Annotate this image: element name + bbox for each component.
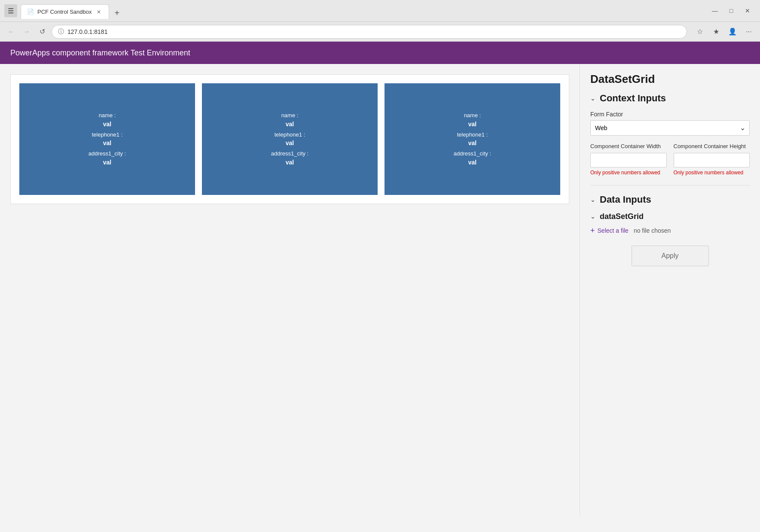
favorites-icon[interactable]: ☆ <box>694 26 706 38</box>
form-factor-label: Form Factor <box>590 111 750 118</box>
context-inputs-title: Context Inputs <box>600 93 666 104</box>
dataset-subsection-header: ⌄ dataSetGrid <box>590 212 750 221</box>
field-name-label-2: name : <box>281 111 299 120</box>
nav-bar: ← → ↺ ⓘ 127.0.0.1:8181 ☆ ★ 👤 ··· <box>0 22 760 42</box>
address-text: 127.0.0.1:8181 <box>67 28 681 35</box>
sidebar-icon: ☰ <box>8 7 14 15</box>
field-city-value-1: val <box>89 158 126 167</box>
field-name-label-3: name : <box>464 111 481 120</box>
field-phone-2: telephone1 : val <box>275 131 305 148</box>
file-select-row: + Select a file no file chosen <box>590 226 750 235</box>
maximize-button[interactable]: □ <box>726 6 736 15</box>
field-name-1: name : val <box>99 111 116 129</box>
more-options-icon[interactable]: ··· <box>743 26 755 38</box>
container-height-label: Component Container Height <box>674 143 750 150</box>
tab-label: PCF Control Sandbox <box>37 9 92 15</box>
refresh-button[interactable]: ↺ <box>36 26 48 38</box>
dataset-chevron[interactable]: ⌄ <box>590 213 595 220</box>
dataset-label: dataSetGrid <box>600 212 644 221</box>
field-name-3: name : val <box>464 111 481 129</box>
data-inputs-title: Data Inputs <box>600 194 651 205</box>
field-phone-value-2: val <box>275 139 305 148</box>
field-name-value-2: val <box>281 120 299 129</box>
field-city-label-3: address1_city : <box>454 149 491 158</box>
form-factor-select-wrapper: Web Phone Tablet <box>590 120 750 136</box>
close-button[interactable]: ✕ <box>743 6 752 15</box>
app-header: PowerApps component framework Test Envir… <box>0 42 760 64</box>
field-phone-label-1: telephone1 : <box>92 131 123 139</box>
select-file-button[interactable]: + Select a file <box>590 226 629 235</box>
select-file-label: Select a file <box>598 227 629 234</box>
browser-tab[interactable]: 📄 PCF Control Sandbox ✕ <box>21 4 109 19</box>
right-panel: DataSetGrid ⌄ Context Inputs Form Factor… <box>580 64 760 516</box>
collections-icon[interactable]: ★ <box>710 26 722 38</box>
form-factor-group: Form Factor Web Phone Tablet <box>590 111 750 136</box>
left-panel: name : val telephone1 : val address1_cit… <box>0 64 580 516</box>
container-width-group: Component Container Width Only positive … <box>590 143 667 176</box>
field-phone-3: telephone1 : val <box>457 131 488 148</box>
container-height-error: Only positive numbers allowed <box>674 169 750 176</box>
new-tab-button[interactable]: + <box>111 7 123 19</box>
address-info-icon: ⓘ <box>58 28 64 36</box>
section-divider <box>590 185 750 185</box>
field-city-2: address1_city : val <box>271 149 308 167</box>
back-button[interactable]: ← <box>5 26 17 38</box>
sidebar-toggle-button[interactable]: ☰ <box>4 4 17 17</box>
data-card-2: name : val telephone1 : val address1_cit… <box>202 83 378 195</box>
field-name-value-1: val <box>99 120 116 129</box>
data-card-1: name : val telephone1 : val address1_cit… <box>19 83 195 195</box>
field-phone-value-3: val <box>457 139 488 148</box>
panel-title: DataSetGrid <box>590 73 750 86</box>
field-city-3: address1_city : val <box>454 149 491 167</box>
tab-close-button[interactable]: ✕ <box>95 9 103 15</box>
title-bar: ☰ 📄 PCF Control Sandbox ✕ + — □ ✕ <box>0 0 760 21</box>
field-city-label-2: address1_city : <box>271 149 308 158</box>
file-none-text: no file chosen <box>634 227 671 234</box>
field-phone-value-1: val <box>92 139 123 148</box>
container-dimensions-row: Component Container Width Only positive … <box>590 143 750 176</box>
tab-page-icon: 📄 <box>27 9 34 15</box>
apply-button[interactable]: Apply <box>632 246 709 266</box>
forward-button[interactable]: → <box>21 26 33 38</box>
container-height-group: Component Container Height Only positive… <box>674 143 750 176</box>
field-phone-label-3: telephone1 : <box>457 131 488 139</box>
field-name-value-3: val <box>464 120 481 129</box>
container-height-input[interactable] <box>674 153 750 167</box>
data-card-3: name : val telephone1 : val address1_cit… <box>385 83 560 195</box>
field-city-value-3: val <box>454 158 491 167</box>
minimize-button[interactable]: — <box>710 6 720 15</box>
select-file-plus-icon: + <box>590 226 595 235</box>
container-width-label: Component Container Width <box>590 143 667 150</box>
field-city-1: address1_city : val <box>89 149 126 167</box>
field-city-label-1: address1_city : <box>89 149 126 158</box>
field-city-value-2: val <box>271 158 308 167</box>
profile-icon[interactable]: 👤 <box>726 26 739 38</box>
field-phone-1: telephone1 : val <box>92 131 123 148</box>
app-header-title: PowerApps component framework Test Envir… <box>10 49 190 58</box>
container-width-input[interactable] <box>590 153 667 167</box>
data-inputs-chevron[interactable]: ⌄ <box>590 196 595 203</box>
context-inputs-section-header: ⌄ Context Inputs <box>590 93 750 104</box>
address-bar[interactable]: ⓘ 127.0.0.1:8181 <box>52 25 687 39</box>
field-name-label-1: name : <box>99 111 116 120</box>
form-factor-select[interactable]: Web Phone Tablet <box>590 120 750 136</box>
data-inputs-section-header: ⌄ Data Inputs <box>590 194 750 205</box>
field-phone-label-2: telephone1 : <box>275 131 305 139</box>
context-inputs-chevron[interactable]: ⌄ <box>590 95 595 102</box>
component-container: name : val telephone1 : val address1_cit… <box>10 74 569 204</box>
container-width-error: Only positive numbers allowed <box>590 169 667 176</box>
field-name-2: name : val <box>281 111 299 129</box>
